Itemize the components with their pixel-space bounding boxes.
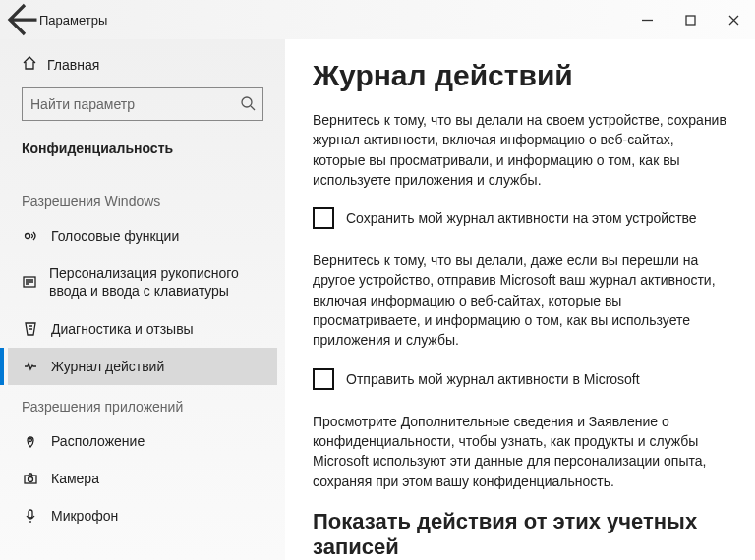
sidebar-item-activity-history[interactable]: Журнал действий [8, 348, 277, 385]
sidebar-item-label: Журнал действий [51, 358, 164, 375]
sidebar-item-speech[interactable]: Голосовые функции [8, 217, 277, 254]
sidebar-item-label: Микрофон [51, 507, 118, 525]
category-heading: Конфиденциальность [8, 140, 277, 180]
svg-rect-0 [686, 16, 695, 25]
section-header-apps: Разрешения приложений [8, 385, 277, 422]
sidebar-item-label: Диагностика и отзывы [51, 320, 194, 338]
checkbox-label: Сохранить мой журнал активности на этом … [346, 210, 697, 226]
home-label: Главная [47, 57, 99, 73]
subheading-accounts: Показать действия от этих учетных записе… [313, 509, 729, 560]
window-title: Параметры [39, 13, 107, 28]
checkbox-icon [313, 368, 334, 390]
content-pane: Журнал действий Вернитесь к тому, что вы… [285, 39, 755, 560]
sidebar-item-label: Камера [51, 470, 99, 487]
description-3: Просмотрите Дополнительные сведения и За… [313, 412, 729, 491]
activity-icon [22, 359, 39, 374]
sidebar-item-diagnostics[interactable]: Диагностика и отзывы [8, 310, 277, 348]
search-box[interactable] [22, 87, 263, 121]
minimize-icon [642, 15, 653, 26]
microphone-icon [22, 508, 39, 524]
description-1: Вернитесь к тому, что вы делали на своем… [313, 110, 729, 190]
sidebar-item-location[interactable]: Расположение [8, 422, 277, 460]
maximize-button[interactable] [668, 0, 712, 39]
sidebar-item-label: Персонализация рукописного ввода и ввода… [49, 264, 263, 300]
section-header-windows: Разрешения Windows [8, 180, 277, 217]
checkbox-send-microsoft[interactable]: Отправить мой журнал активности в Micros… [313, 368, 729, 390]
svg-point-4 [29, 439, 32, 442]
svg-point-6 [29, 477, 33, 482]
close-icon [728, 15, 739, 26]
sidebar-item-microphone[interactable]: Микрофон [8, 497, 277, 534]
inking-icon [22, 274, 37, 290]
sidebar-item-label: Расположение [51, 432, 145, 450]
sidebar-item-inking[interactable]: Персонализация рукописного ввода и ввода… [8, 254, 277, 309]
home-nav[interactable]: Главная [8, 51, 277, 87]
checkbox-icon [313, 207, 334, 229]
camera-icon [22, 471, 39, 486]
search-input[interactable] [22, 87, 263, 121]
minimize-button[interactable] [625, 0, 668, 39]
diagnostics-icon [22, 321, 39, 337]
sidebar: Главная Конфиденциальность Разрешения Wi… [0, 39, 285, 560]
page-title: Журнал действий [313, 59, 729, 92]
close-button[interactable] [712, 0, 755, 39]
svg-rect-7 [29, 510, 32, 518]
back-button[interactable] [0, 0, 39, 39]
svg-point-2 [26, 234, 30, 239]
checkbox-store-device[interactable]: Сохранить мой журнал активности на этом … [313, 207, 729, 229]
location-icon [22, 433, 39, 449]
home-icon [22, 55, 37, 74]
sidebar-item-camera[interactable]: Камера [8, 460, 277, 497]
speech-icon [22, 228, 39, 244]
sidebar-item-label: Голосовые функции [51, 227, 179, 245]
description-2: Вернитесь к тому, что вы делали, даже ес… [313, 251, 729, 350]
search-icon [240, 95, 256, 115]
titlebar: Параметры [0, 0, 755, 39]
svg-point-1 [242, 97, 252, 107]
checkbox-label: Отправить мой журнал активности в Micros… [346, 371, 640, 387]
arrow-left-icon [0, 0, 39, 39]
maximize-icon [685, 15, 696, 26]
